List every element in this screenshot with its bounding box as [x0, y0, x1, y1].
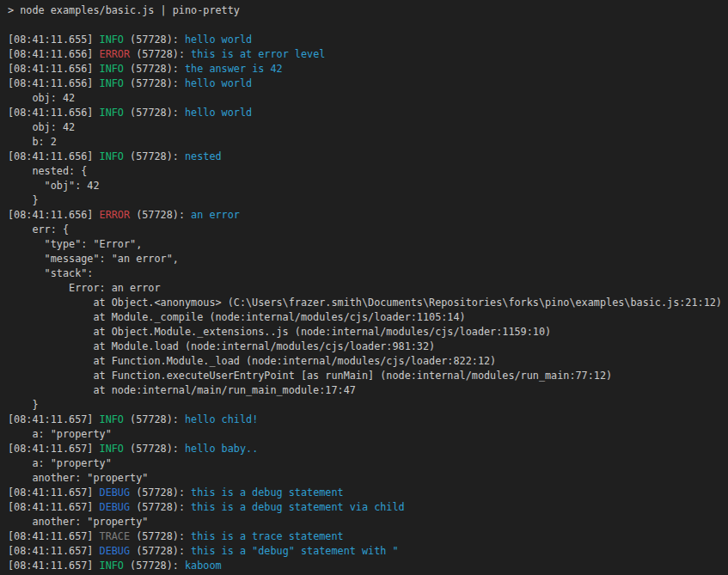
- terminal-line: [08:41:11.656] ERROR (57728): this is at…: [8, 47, 728, 62]
- log-segment: (57728):: [130, 486, 191, 499]
- log-segment: obj: 42: [8, 121, 75, 133]
- terminal-line: }: [8, 193, 728, 208]
- log-segment: (57728):: [124, 443, 185, 455]
- log-segment: at Function.Module._load (node:internal/…: [8, 355, 496, 367]
- log-segment: this is at error level: [191, 48, 325, 60]
- log-segment: INFO: [100, 443, 124, 455]
- log-segment: at node:internal/main/run_main_module:17…: [8, 384, 356, 396]
- log-segment: nested: [185, 150, 222, 162]
- terminal-line: "type": "Error",: [8, 237, 728, 252]
- log-segment: this is a debug statement via child: [191, 501, 405, 513]
- terminal-output: > node examples/basic.js | pino-pretty[0…: [0, 0, 728, 573]
- log-segment: this is a "debug" statement with ": [191, 545, 398, 557]
- log-segment: > node examples/basic.js | pino-pretty: [8, 4, 240, 16]
- log-segment: (57728):: [124, 560, 185, 572]
- log-segment: (57728):: [124, 77, 185, 89]
- log-segment: (57728):: [124, 34, 185, 46]
- log-segment: (57728):: [130, 530, 191, 542]
- log-segment: this is a trace statement: [191, 530, 344, 542]
- terminal-line: at node:internal/main/run_main_module:17…: [8, 383, 728, 398]
- log-segment: (57728):: [130, 48, 191, 60]
- log-segment: INFO: [100, 150, 124, 162]
- terminal-line: another: "property": [8, 515, 728, 529]
- log-segment: DEBUG: [100, 501, 131, 513]
- log-segment: [08:41:11.656]: [8, 209, 100, 221]
- log-segment: INFO: [100, 63, 124, 75]
- terminal-line: a: "property": [8, 427, 728, 442]
- log-segment: INFO: [100, 34, 124, 46]
- log-segment: hello baby..: [185, 443, 258, 455]
- log-segment: [08:41:11.656]: [8, 150, 100, 162]
- log-segment: (57728):: [124, 63, 185, 75]
- terminal-line: "obj": 42: [8, 179, 728, 193]
- terminal-line: at Object.<anonymous> (C:\Users\frazer.s…: [8, 296, 728, 310]
- log-segment: hello world: [185, 34, 252, 46]
- terminal-line: at Function.executeUserEntryPoint [as ru…: [8, 369, 728, 383]
- log-segment: (57728):: [124, 150, 185, 162]
- log-segment: ERROR: [100, 48, 131, 60]
- log-segment: err: {: [8, 223, 69, 236]
- terminal-line: at Module.load (node:internal/modules/cj…: [8, 339, 728, 354]
- log-segment: "type": "Error",: [8, 238, 142, 250]
- log-segment: a: "property": [8, 457, 112, 469]
- terminal-line: [08:41:11.657] INFO (57728): kaboom: [8, 559, 728, 573]
- command-line: > node examples/basic.js | pino-pretty: [8, 3, 728, 18]
- log-segment: (57728):: [124, 107, 185, 119]
- log-segment: ERROR: [100, 209, 131, 221]
- terminal-line: nested: {: [8, 164, 728, 179]
- terminal-line: a: "property": [8, 456, 728, 471]
- terminal-line: [08:41:11.657] DEBUG (57728): this is a …: [8, 500, 728, 515]
- log-segment: [08:41:11.657]: [8, 545, 100, 557]
- log-segment: INFO: [100, 107, 124, 119]
- log-segment: DEBUG: [100, 545, 131, 557]
- terminal-line: "stack":: [8, 266, 728, 281]
- log-segment: at Module.load (node:internal/modules/cj…: [8, 340, 435, 352]
- terminal-line: "message": "an error",: [8, 252, 728, 266]
- log-segment: INFO: [100, 77, 124, 89]
- log-segment: the answer is 42: [185, 63, 283, 75]
- terminal-line: [08:41:11.657] INFO (57728): hello baby.…: [8, 442, 728, 456]
- terminal-line: Error: an error: [8, 281, 728, 296]
- log-segment: TRACE: [100, 530, 131, 542]
- log-segment: [08:41:11.656]: [8, 63, 100, 75]
- log-segment: another: "property": [8, 472, 148, 484]
- log-segment: [08:41:11.657]: [8, 501, 100, 513]
- log-segment: an error: [191, 209, 240, 221]
- log-segment: hello child!: [185, 413, 258, 425]
- terminal-line: [08:41:11.657] DEBUG (57728): this is a …: [8, 486, 728, 500]
- terminal-line: [08:41:11.657] DEBUG (57728): this is a …: [8, 544, 728, 559]
- terminal-line: at Function.Module._load (node:internal/…: [8, 354, 728, 369]
- log-segment: }: [8, 194, 39, 206]
- log-segment: [08:41:11.657]: [8, 413, 100, 425]
- log-segment: a: "property": [8, 428, 112, 440]
- log-segment: (57728):: [124, 413, 185, 425]
- terminal-line: at Module._compile (node:internal/module…: [8, 310, 728, 325]
- log-segment: at Function.executeUserEntryPoint [as ru…: [8, 370, 612, 382]
- terminal-line: b: 2: [8, 135, 728, 150]
- log-segment: hello world: [185, 107, 252, 119]
- log-segment: at Module._compile (node:internal/module…: [8, 311, 466, 323]
- log-segment: (57728):: [130, 501, 191, 513]
- terminal-line: at Object.Module._extensions..js (node:i…: [8, 325, 728, 339]
- log-segment: Error: an error: [8, 282, 161, 294]
- terminal-line: another: "property": [8, 471, 728, 486]
- terminal-line: [08:41:11.656] INFO (57728): nested: [8, 150, 728, 164]
- log-segment: "stack":: [8, 267, 93, 279]
- log-segment: hello world: [185, 77, 252, 89]
- log-segment: "message": "an error",: [8, 253, 179, 265]
- log-segment: [08:41:11.656]: [8, 107, 100, 119]
- terminal-line: [08:41:11.656] INFO (57728): the answer …: [8, 62, 728, 76]
- log-segment: [08:41:11.655]: [8, 34, 100, 46]
- log-segment: another: "property": [8, 516, 148, 528]
- terminal-line: err: {: [8, 223, 728, 237]
- terminal-line: [08:41:11.656] INFO (57728): hello world: [8, 76, 728, 91]
- log-segment: kaboom: [185, 560, 222, 572]
- log-segment: INFO: [100, 413, 124, 425]
- log-segment: [08:41:11.657]: [8, 486, 100, 499]
- log-segment: obj: 42: [8, 92, 75, 104]
- terminal-line: [08:41:11.657] TRACE (57728): this is a …: [8, 529, 728, 544]
- log-segment: [08:41:11.657]: [8, 443, 100, 455]
- terminal-window[interactable]: > node examples/basic.js | pino-pretty[0…: [0, 0, 728, 575]
- log-segment: at Object.<anonymous> (C:\Users\frazer.s…: [8, 297, 722, 309]
- log-segment: }: [8, 399, 39, 411]
